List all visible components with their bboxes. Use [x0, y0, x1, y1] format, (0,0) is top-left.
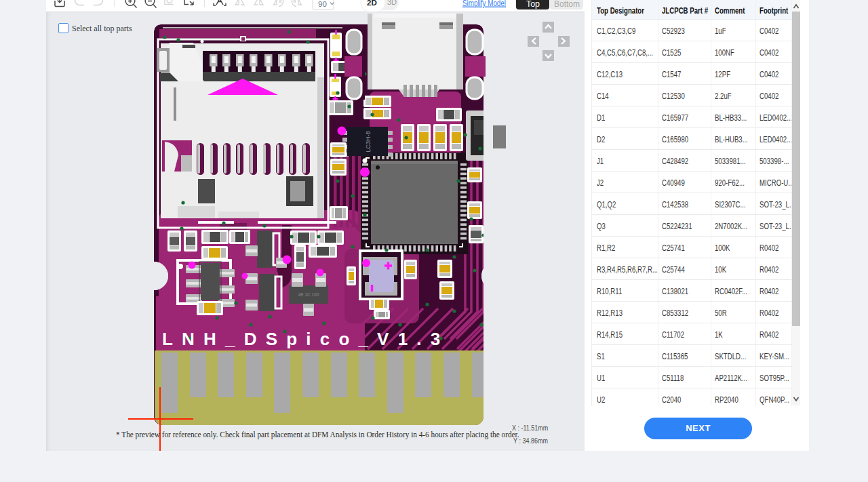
svg-text:LC3H-8: LC3H-8 — [365, 131, 372, 152]
svg-text:Simplify Model: Simplify Model — [462, 0, 506, 8]
svg-text:Top: Top — [526, 0, 540, 9]
svg-text:Bottom: Bottom — [554, 0, 580, 9]
svg-text:LNH_DSpico_V1.3: LNH_DSpico_V1.3 — [162, 329, 449, 349]
svg-text:3D: 3D — [387, 0, 397, 6]
svg-text:90: 90 — [318, 0, 327, 8]
svg-text:2D: 2D — [367, 0, 377, 7]
svg-text:4E 1C 100: 4E 1C 100 — [298, 292, 319, 297]
